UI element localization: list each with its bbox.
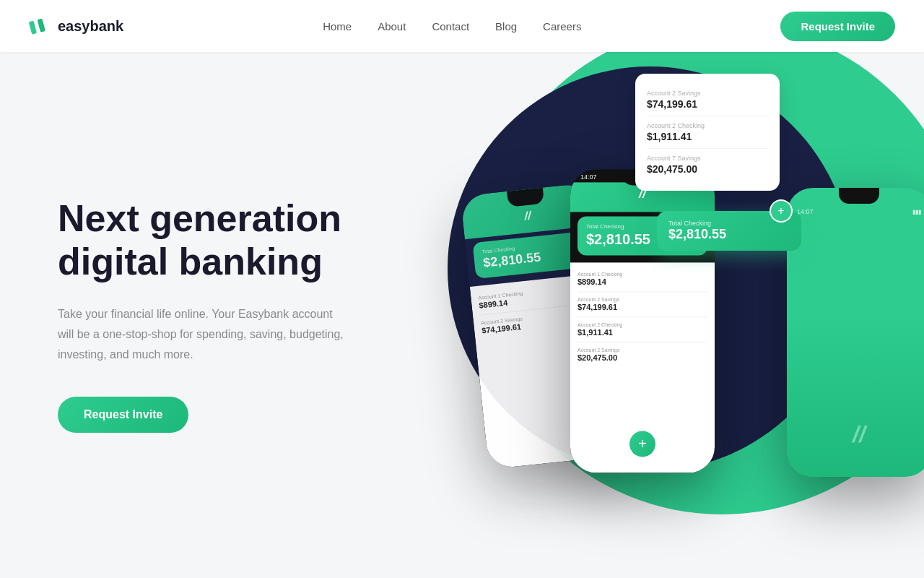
phone-back-right: 14:07 ▮▮▮ // bbox=[787, 188, 924, 477]
svg-rect-1 bbox=[38, 19, 45, 33]
sp-val-0: $74,199.61 bbox=[647, 98, 768, 110]
sp-label-1: Account 2 Checking bbox=[647, 122, 768, 129]
hero-subtitle: Take your financial life online. Your Ea… bbox=[58, 304, 346, 365]
svg-rect-0 bbox=[29, 21, 37, 35]
br-time: 14:07 bbox=[797, 208, 814, 215]
sp-label-0: Account 2 Savings bbox=[647, 90, 768, 97]
logo-icon bbox=[29, 14, 52, 38]
side-panel-item: Account 7 Savings $20,475.00 bbox=[647, 149, 768, 181]
logo-text: easybank bbox=[58, 18, 123, 35]
list-item: Account 2 Checking $1,911.41 bbox=[578, 317, 707, 342]
nav-about[interactable]: About bbox=[378, 20, 406, 33]
sp-label-2: Account 7 Savings bbox=[647, 155, 768, 162]
status-time: 14:07 bbox=[580, 173, 597, 181]
br-logo-icon: // bbox=[853, 421, 866, 448]
sp-val-1: $1,911.41 bbox=[647, 131, 768, 142]
list-item: Account 2 Savings $20,475.00 bbox=[578, 342, 707, 367]
fab-button[interactable]: + bbox=[629, 431, 655, 457]
navbar: easybank Home About Contact Blog Careers… bbox=[0, 0, 924, 52]
list-item: Account 1 Checking $899.14 bbox=[578, 267, 707, 292]
side-panel-item: Account 2 Savings $74,199.61 bbox=[647, 84, 768, 116]
hero-section: Next generation digital banking Take you… bbox=[0, 0, 924, 578]
logo[interactable]: easybank bbox=[29, 14, 123, 38]
request-invite-nav-button[interactable]: Request Invite bbox=[780, 12, 895, 41]
nav-home[interactable]: Home bbox=[323, 20, 352, 33]
hero-right: Account 2 Savings $74,199.61 Account 2 C… bbox=[375, 52, 924, 578]
hero-title: Next generation digital banking bbox=[58, 197, 346, 284]
nav-blog[interactable]: Blog bbox=[495, 20, 517, 33]
nav-contact[interactable]: Contact bbox=[432, 20, 469, 33]
side-balance-card: + Total Checking $2,810.55 bbox=[657, 211, 801, 251]
phone-notch bbox=[839, 188, 879, 204]
sp-val-2: $20,475.00 bbox=[647, 163, 768, 175]
request-invite-hero-button[interactable]: Request Invite bbox=[58, 397, 188, 433]
accounts-side-panel: Account 2 Savings $74,199.61 Account 2 C… bbox=[635, 74, 780, 191]
nav-careers[interactable]: Careers bbox=[543, 20, 581, 33]
side-panel-item: Account 2 Checking $1,911.41 bbox=[647, 116, 768, 149]
sbc-label: Total Checking bbox=[668, 220, 790, 227]
nav-links: Home About Contact Blog Careers bbox=[323, 20, 581, 33]
sbc-amount: $2,810.55 bbox=[668, 227, 790, 242]
side-balance-fab: + bbox=[770, 199, 793, 223]
bl-header-logo: // bbox=[523, 210, 531, 223]
hero-left: Next generation digital banking Take you… bbox=[0, 139, 375, 491]
list-item: Account 2 Savings $74,199.61 bbox=[578, 292, 707, 317]
